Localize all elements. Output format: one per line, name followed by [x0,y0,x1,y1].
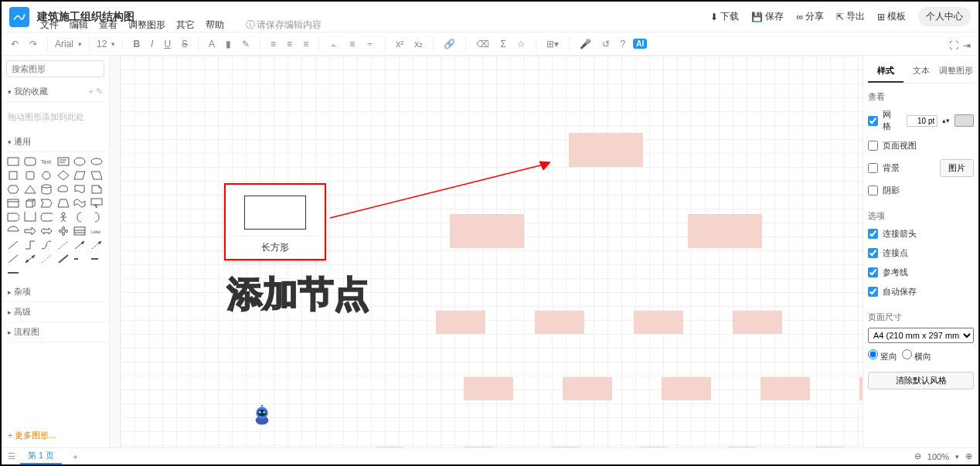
menu-edit[interactable]: 编辑 [70,19,88,32]
grid-checkbox[interactable] [868,116,878,126]
valign-top-button[interactable]: ⫠ [326,37,342,51]
shape-callout[interactable] [90,197,104,209]
collapse-panel-icon[interactable]: ⇥ [963,40,971,51]
download-button[interactable]: ⬇下载 [710,10,739,23]
canvas-area[interactable]: 长方形 添加节点 [110,56,863,447]
org-node[interactable] [552,447,580,447]
fullscreen-icon[interactable]: ⛶ [949,40,958,51]
shape-rect[interactable] [6,155,20,168]
shape-line-solid[interactable] [6,253,20,265]
shape-line-curve[interactable] [39,239,53,251]
org-node[interactable] [535,311,584,334]
shape-label[interactable]: Label [90,225,104,237]
shape-square[interactable] [6,169,20,182]
org-node[interactable] [859,377,863,400]
pageview-checkbox[interactable] [868,141,878,151]
shape-parallel[interactable] [73,169,87,182]
org-node[interactable] [761,377,810,400]
share-button[interactable]: ∞分享 [796,10,824,23]
shape-actor[interactable] [56,211,70,223]
shape-line-dasharrow[interactable] [90,239,104,251]
shape-card[interactable] [6,197,20,209]
shape-textbox[interactable] [56,155,70,168]
shape-line-r[interactable] [6,239,20,251]
shape-line-dot[interactable] [39,253,53,265]
line-color-button[interactable]: ✎ [239,37,253,51]
pages-menu-icon[interactable]: ☰ [8,451,15,461]
table-button[interactable]: ⊞▾ [543,37,562,51]
sidebar-general[interactable]: 通用 [2,132,109,152]
mic-button[interactable]: 🎤 [577,37,594,51]
shape-note[interactable] [90,183,104,196]
autosave-checkbox[interactable] [868,287,878,297]
clear-style-button[interactable]: 清除默认风格 [868,372,974,389]
bold-button[interactable]: B [130,37,143,51]
page-size-select[interactable]: A4 (210 mm x 297 mm) [868,328,974,343]
shape-triangle[interactable] [23,183,37,196]
strike-button[interactable]: S [179,37,191,51]
shape-list[interactable] [73,225,87,237]
shape-doc[interactable] [73,183,87,196]
guide-checkbox[interactable] [868,267,878,277]
shape-trap[interactable] [56,197,70,209]
shape-parallel2[interactable] [90,169,104,182]
tab-style[interactable]: 样式 [868,60,903,83]
org-node[interactable] [662,377,711,400]
shape-line-biarrow[interactable] [23,253,37,265]
formula-button[interactable]: Σ [497,37,509,51]
shape-halfcircle[interactable] [6,225,20,237]
org-node[interactable] [569,133,643,167]
org-node[interactable] [376,447,403,447]
portrait-radio-label[interactable]: 竖向 [868,349,897,362]
personal-center-button[interactable]: 个人中心 [918,7,971,26]
org-node[interactable] [464,377,513,400]
shadow-checkbox[interactable] [868,185,878,196]
shape-line-arrow[interactable] [73,239,87,251]
shape-arrow-r[interactable] [23,225,37,237]
underline-button[interactable]: U [161,37,174,51]
shape-line-dash[interactable] [56,239,70,251]
shape-brace2[interactable] [90,211,104,223]
sidebar-favorites[interactable]: 我的收藏 + ✎ [2,82,109,102]
valign-mid-button[interactable]: ≡ [346,37,358,51]
shape-tape[interactable] [73,197,87,209]
undo-button[interactable]: ↶ [8,37,22,51]
shape-line-bold[interactable] [56,253,70,265]
shape-hexagon[interactable] [6,183,20,196]
shape-circle[interactable] [39,169,53,182]
link-button[interactable]: 🔗 [441,37,458,51]
zoom-out-icon[interactable]: ⊖ [914,451,921,461]
shape-step[interactable] [39,197,53,209]
shape-cloud[interactable] [56,183,70,196]
shape-oval[interactable] [90,155,104,168]
conn-arrow-checkbox[interactable] [868,229,878,239]
shape-data[interactable] [39,211,53,223]
sidebar-advanced[interactable]: 高级 [2,302,109,322]
template-button[interactable]: ⊞模板 [877,10,906,23]
grid-size-input[interactable] [907,115,937,127]
conn-point-checkbox[interactable] [868,248,878,258]
help-icon[interactable]: ? [618,37,629,51]
portrait-radio[interactable] [868,349,878,359]
assistant-bot-icon[interactable] [251,404,273,426]
save-button[interactable]: 💾保存 [751,10,784,23]
menu-view[interactable]: 查看 [99,19,117,32]
shape-roundrect[interactable] [23,155,37,168]
menu-help[interactable]: 帮助 [206,19,224,32]
valign-bot-button[interactable]: ⫟ [362,37,378,51]
shape-diamond[interactable] [56,169,70,182]
font-select[interactable]: Arial [55,39,73,49]
shape-ellipse[interactable] [73,155,87,168]
tab-arrange[interactable]: 调整图形 [938,60,974,83]
shape-cylinder[interactable] [39,183,53,196]
org-node[interactable] [816,447,844,447]
org-node[interactable] [688,214,762,248]
org-node[interactable] [436,311,485,334]
shape-text[interactable]: Text [39,155,53,168]
image-button[interactable]: 图片 [940,159,974,177]
redo-button[interactable]: ↷ [26,37,40,51]
shape-roundsq[interactable] [23,169,37,182]
align-left-button[interactable]: ≡ [267,37,279,51]
landscape-radio[interactable] [902,349,912,359]
shape-connector3[interactable] [6,267,20,279]
